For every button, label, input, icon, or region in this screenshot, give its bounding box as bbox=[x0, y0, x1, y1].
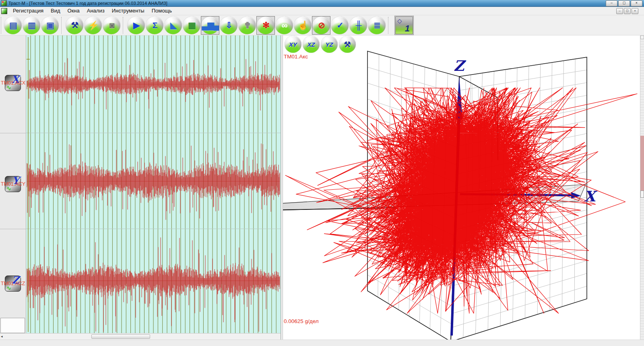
spectrum-button[interactable]: ◣ bbox=[164, 16, 182, 35]
menu-item-0[interactable]: Регистрация bbox=[9, 8, 47, 14]
paste-icon: ▤ bbox=[4, 17, 22, 34]
3d-view-glyph: ✻ bbox=[262, 21, 269, 29]
save-button[interactable]: ▣ bbox=[41, 16, 59, 35]
export-button[interactable]: ⇩ bbox=[219, 16, 238, 35]
export-glyph: ⇩ bbox=[225, 21, 232, 29]
3d-view-icon: ✻ bbox=[257, 17, 275, 34]
horizontal-scrollbar-thumb[interactable] bbox=[91, 334, 150, 339]
vertical-slider-thumb[interactable] bbox=[640, 191, 644, 198]
confirm-glyph: ✓ bbox=[336, 21, 343, 29]
no-alarm-icon: ⊘ bbox=[312, 17, 330, 34]
toolbar-drag-handle[interactable] bbox=[1, 17, 3, 34]
view-xy-button[interactable]: XY bbox=[285, 36, 301, 53]
scroll-left-arrow-icon[interactable]: ◂ bbox=[1, 334, 3, 338]
svg-text:X: X bbox=[584, 188, 598, 205]
export-icon: ⇩ bbox=[220, 17, 237, 34]
video-icon: ◙ bbox=[103, 17, 120, 34]
toolbar-separator bbox=[388, 17, 392, 34]
spectrum-glyph: ◣ bbox=[170, 21, 176, 29]
report-icon: ≣ bbox=[368, 17, 386, 34]
paste-glyph: ▤ bbox=[9, 21, 17, 29]
vertical-slider-range bbox=[640, 136, 644, 191]
histogram-button[interactable]: ▃▆▄ bbox=[201, 16, 219, 35]
copy-button[interactable]: ▥ bbox=[22, 16, 41, 35]
application-window: Траст-М - [Тестов Тест Тестович 1 год да… bbox=[0, 0, 644, 346]
play-icon: ▶ bbox=[127, 17, 145, 34]
title-bar: Траст-М - [Тестов Тест Тестович 1 год да… bbox=[0, 0, 644, 7]
no-alarm-button[interactable]: ⊘ bbox=[312, 16, 330, 35]
no-alarm-glyph: ⊘ bbox=[318, 21, 324, 29]
loop-icon: ∞ bbox=[275, 17, 293, 34]
view-yz-button[interactable]: YZ bbox=[321, 36, 338, 53]
horizontal-scrollbar[interactable]: ◂ bbox=[0, 333, 281, 340]
menu-bar: РегистрацияВидОкнаАнализИнструментыПомощ… bbox=[0, 7, 644, 15]
markers-glyph: ╫ bbox=[356, 21, 361, 29]
3d-view-button[interactable]: ✻ bbox=[256, 16, 275, 35]
tools-icon: ⚒ bbox=[66, 17, 83, 34]
table-button[interactable]: ▦ bbox=[182, 16, 201, 35]
play-button[interactable]: ▶ bbox=[127, 16, 145, 35]
vertical-slider-top-button[interactable] bbox=[640, 35, 644, 39]
single-view-button[interactable]: ◇ 1 bbox=[395, 17, 413, 34]
status-bar bbox=[0, 340, 644, 346]
single-view-label: 1 bbox=[405, 23, 410, 34]
channel-separator bbox=[0, 229, 26, 229]
menu-item-3[interactable]: Анализ bbox=[83, 8, 108, 14]
sum-button[interactable]: Σ bbox=[145, 16, 164, 35]
channel-label: TM01.ACZ bbox=[1, 281, 69, 286]
tools-glyph: ⚒ bbox=[71, 21, 78, 29]
hand-glyph: ☝ bbox=[298, 21, 308, 29]
tools-button[interactable]: ⚒ bbox=[65, 16, 84, 35]
3d-plot-panel[interactable]: ZX TM01.Акс 0.00625 g/дел XYXZYZ⚒ bbox=[283, 35, 640, 340]
mdi-restore-button[interactable]: ◻ bbox=[624, 8, 631, 14]
save-glyph: ▣ bbox=[46, 21, 54, 29]
video-button[interactable]: ◙ bbox=[102, 16, 121, 35]
save-icon: ▣ bbox=[41, 17, 59, 34]
skeleton-glyph: ✟ bbox=[244, 21, 250, 29]
plot-settings-button[interactable]: ⚒ bbox=[339, 36, 356, 53]
vertical-slider[interactable] bbox=[640, 35, 644, 340]
event-marker-button[interactable]: ⚡ bbox=[84, 16, 102, 35]
spectrum-icon: ◣ bbox=[164, 17, 182, 34]
copy-glyph: ▥ bbox=[28, 21, 35, 29]
report-glyph: ≣ bbox=[374, 21, 380, 29]
menu-items: РегистрацияВидОкнаАнализИнструментыПомощ… bbox=[9, 7, 175, 15]
menu-item-2[interactable]: Окна bbox=[64, 8, 83, 14]
menu-item-5[interactable]: Помощь bbox=[148, 8, 175, 14]
report-button[interactable]: ≣ bbox=[367, 16, 386, 35]
play-glyph: ▶ bbox=[133, 21, 139, 29]
toolbar-separator bbox=[61, 17, 65, 34]
mdi-minimize-button[interactable]: – bbox=[616, 8, 623, 14]
hand-icon: ☝ bbox=[294, 17, 312, 34]
markers-button[interactable]: ╫ bbox=[349, 16, 367, 35]
histogram-glyph: ▃▆▄ bbox=[202, 21, 218, 29]
menu-item-4[interactable]: Инструменты bbox=[108, 8, 148, 14]
hand-button[interactable]: ☝ bbox=[293, 16, 312, 35]
window-controls: – ◻ × bbox=[606, 0, 642, 6]
toolbar-buttons: ▤▥▣⚒⚡◙▶Σ◣▦▃▆▄⇩✟✻∞☝⊘✓╫≣ bbox=[4, 16, 386, 35]
loop-button[interactable]: ∞ bbox=[275, 16, 293, 35]
table-glyph: ▦ bbox=[188, 21, 195, 29]
event-marker-icon: ⚡ bbox=[84, 17, 102, 34]
mdi-close-button[interactable]: × bbox=[632, 8, 638, 14]
sum-icon: Σ bbox=[146, 17, 163, 34]
paste-button[interactable]: ▤ bbox=[4, 16, 22, 35]
skeleton-icon: ✟ bbox=[238, 17, 256, 34]
skeleton-button[interactable]: ✟ bbox=[238, 16, 256, 35]
menu-item-1[interactable]: Вид bbox=[47, 8, 64, 14]
confirm-icon: ✓ bbox=[331, 17, 349, 34]
histogram-icon: ▃▆▄ bbox=[201, 17, 219, 34]
confirm-button[interactable]: ✓ bbox=[330, 16, 349, 35]
sum-glyph: Σ bbox=[153, 21, 157, 29]
channel-label: TM01.ACX bbox=[1, 80, 69, 86]
channel-separator bbox=[0, 133, 26, 133]
toolbar-separator bbox=[123, 17, 127, 34]
3d-scene[interactable]: ZX bbox=[283, 35, 640, 340]
cube-icon: ◇ bbox=[397, 17, 402, 25]
restore-button[interactable]: ◻ bbox=[618, 0, 630, 6]
mdi-child-icon[interactable] bbox=[1, 8, 7, 14]
view-xz-button[interactable]: XZ bbox=[303, 36, 320, 53]
copy-icon: ▥ bbox=[23, 17, 40, 34]
minimize-button[interactable]: – bbox=[606, 0, 617, 6]
close-button[interactable]: × bbox=[631, 0, 642, 6]
